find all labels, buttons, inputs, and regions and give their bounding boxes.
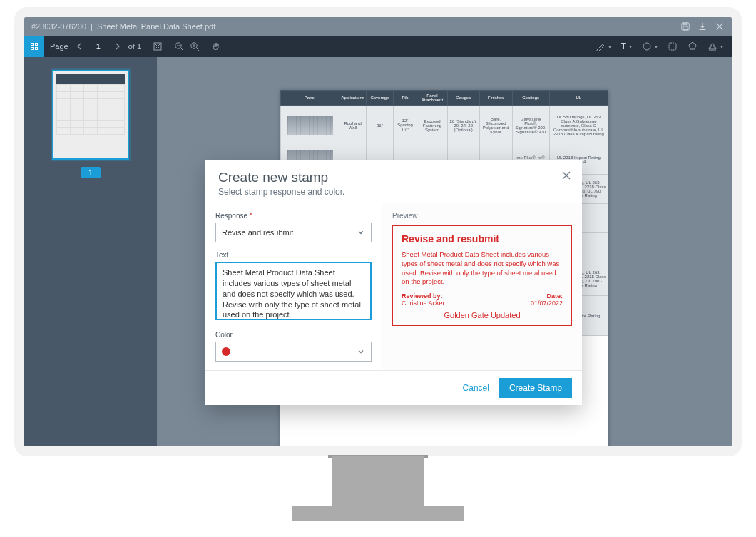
stamp-preview: Revise and resubmit Sheet Metal Product … [392, 225, 572, 326]
monitor-stand [292, 456, 464, 521]
save-icon[interactable] [680, 21, 690, 31]
page-thumbnail[interactable] [52, 70, 129, 160]
svg-rect-2 [683, 26, 688, 29]
preview-label: Preview [392, 212, 572, 220]
dialog-subtitle: Select stamp response and color. [218, 187, 569, 197]
doc-filename: Sheet Metal Panel Data Sheet.pdf [97, 22, 215, 31]
pan-hand-icon[interactable] [211, 41, 221, 51]
color-select[interactable] [215, 342, 372, 362]
close-dialog-button[interactable] [561, 170, 572, 181]
create-stamp-button[interactable]: Create Stamp [499, 378, 572, 398]
zoom-out-icon[interactable] [174, 41, 184, 51]
dialog-title: Create new stamp [218, 170, 569, 185]
download-icon[interactable] [698, 21, 708, 31]
svg-rect-3 [154, 43, 161, 50]
cancel-button[interactable]: Cancel [463, 383, 489, 393]
polygon-tool[interactable] [688, 41, 698, 51]
app-screen: #23032-076200 | Sheet Metal Panel Data S… [24, 17, 732, 446]
reviewed-by-label: Reviewed by: [402, 292, 443, 300]
svg-point-6 [643, 43, 650, 50]
stamp-tool[interactable]: ▾ [708, 41, 723, 51]
date-value: 01/07/2022 [531, 300, 563, 307]
create-stamp-dialog: Create new stamp Select stamp response a… [205, 160, 582, 405]
toolbar: Page of 1 [24, 36, 732, 57]
monitor-frame: #23032-076200 | Sheet Metal Panel Data S… [14, 7, 742, 456]
zoom-in-icon[interactable] [190, 41, 200, 51]
next-page-icon[interactable] [113, 41, 123, 51]
stamp-text-input[interactable] [215, 262, 372, 320]
titlebar-divider: | [91, 22, 93, 31]
thumbnail-page-number: 1 [81, 167, 101, 178]
response-select[interactable]: Revise and resubmit [215, 223, 372, 242]
thumbnail-rail: 1 [24, 57, 157, 446]
close-icon[interactable] [715, 21, 725, 31]
chevron-down-icon [357, 228, 365, 237]
reviewed-by-value: Christine Acker [402, 300, 445, 307]
shape-tool[interactable]: ▾ [642, 41, 658, 51]
table-row: Roof and Wall36"12" Spacing 1¹/₄"Exposed… [281, 106, 608, 145]
color-swatch-red [222, 347, 230, 356]
text-tool[interactable]: T ▾ [621, 41, 632, 51]
page-label: Page [50, 42, 68, 51]
titlebar: #23032-076200 | Sheet Metal Panel Data S… [24, 17, 732, 36]
stamp-title: Revise and resubmit [402, 233, 563, 245]
text-label: Text [215, 251, 372, 259]
stamp-company: Golden Gate Updated [402, 311, 563, 319]
chevron-down-icon [357, 347, 365, 356]
pen-tool[interactable]: ▾ [596, 41, 611, 51]
color-label: Color [215, 331, 372, 339]
page-input[interactable] [90, 40, 107, 53]
doc-id: #23032-076200 [31, 22, 86, 31]
page-of: of 1 [128, 42, 141, 51]
svg-rect-7 [669, 43, 676, 50]
fit-page-icon[interactable] [153, 41, 163, 51]
svg-rect-1 [683, 23, 686, 25]
date-label: Date: [546, 292, 563, 300]
apps-button[interactable] [24, 36, 44, 57]
stamp-body: Sheet Metal Product Data Sheet includes … [402, 250, 563, 287]
prev-page-icon[interactable] [74, 41, 84, 51]
response-label: Response [215, 212, 372, 220]
cloud-tool[interactable] [668, 41, 678, 51]
